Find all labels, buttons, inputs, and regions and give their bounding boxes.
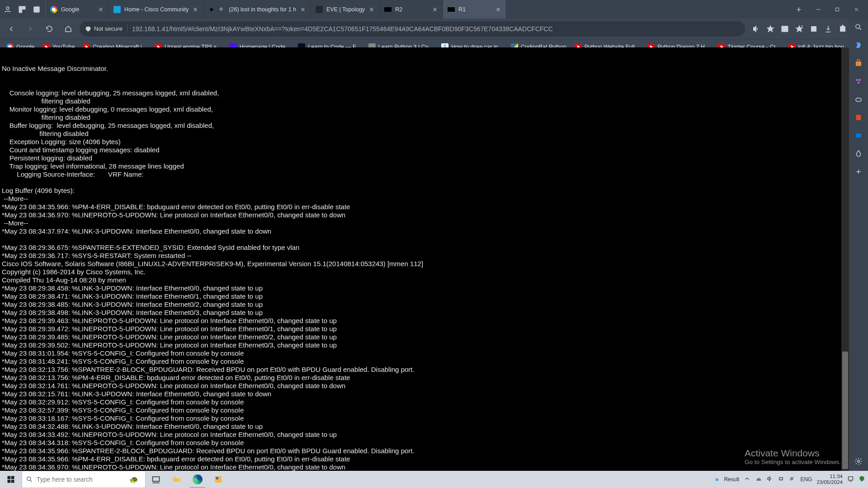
svg-point-31 xyxy=(716,478,718,481)
putty-app[interactable] xyxy=(208,471,229,488)
profile-icon[interactable] xyxy=(4,5,12,14)
sidebar-tools-icon[interactable] xyxy=(853,75,864,87)
downloads-icon[interactable] xyxy=(824,24,833,33)
svg-rect-26 xyxy=(11,480,14,483)
weather-widget[interactable]: Result xyxy=(714,476,739,483)
tab-strip: GoogleHome - Cisco Community(26) lost in… xyxy=(46,0,791,19)
sidebar-outlook-icon[interactable] xyxy=(853,130,864,141)
home-button[interactable] xyxy=(61,21,76,37)
forward-button[interactable] xyxy=(23,21,38,37)
tab-close-icon[interactable] xyxy=(300,6,306,13)
close-window-button[interactable] xyxy=(849,2,863,17)
tab-favicon xyxy=(113,6,121,13)
tab-close-icon[interactable] xyxy=(368,6,375,13)
toolbar: Not secure 192.168.1.41/html5/#/client/M… xyxy=(0,19,868,39)
terminal-output: No Inactive Message Discriminator. Conso… xyxy=(2,65,849,471)
svg-point-10 xyxy=(842,25,844,26)
tab-2[interactable]: (26) lost in thoughts for 1 h xyxy=(203,0,311,19)
sidebar-drop-icon[interactable] xyxy=(853,148,864,160)
tab-favicon xyxy=(384,6,392,13)
workspaces-icon[interactable] xyxy=(18,5,26,14)
svg-rect-4 xyxy=(34,7,39,12)
clock[interactable]: 11:34 23/05/2024 xyxy=(816,474,843,485)
collections-icon[interactable] xyxy=(809,24,818,33)
svg-point-0 xyxy=(6,7,9,9)
back-button[interactable] xyxy=(4,21,19,37)
tab-label: R1 xyxy=(458,6,491,13)
maximize-button[interactable] xyxy=(830,2,844,17)
minimize-button[interactable] xyxy=(811,2,826,17)
sidebar-settings-icon[interactable] xyxy=(853,455,864,467)
clock-date: 23/05/2024 xyxy=(816,479,843,485)
address-bar[interactable]: Not secure 192.168.1.41/html5/#/client/M… xyxy=(80,21,745,37)
audio-icon[interactable] xyxy=(219,6,225,13)
notifications-icon[interactable] xyxy=(847,475,854,483)
svg-rect-25 xyxy=(8,480,11,483)
sidebar-games-icon[interactable] xyxy=(853,94,864,105)
url-text: 192.168.1.41/html5/#/client/MzI3NjkAYwBt… xyxy=(132,25,740,33)
svg-rect-21 xyxy=(856,134,861,138)
start-button[interactable] xyxy=(0,471,22,488)
weather-label: Result xyxy=(724,476,739,483)
svg-rect-28 xyxy=(153,477,160,481)
sidebar-search-icon[interactable] xyxy=(853,21,864,33)
tab-close-icon[interactable] xyxy=(495,6,501,13)
titlebar-left-icons xyxy=(0,0,46,19)
network-icon[interactable] xyxy=(778,475,784,483)
file-explorer-app[interactable] xyxy=(166,471,187,488)
toolbar-right xyxy=(749,24,864,33)
svg-rect-24 xyxy=(11,476,14,479)
edge-icon xyxy=(193,474,203,484)
input-icon[interactable] xyxy=(789,475,796,483)
svg-rect-15 xyxy=(856,61,861,66)
tab-0[interactable]: Google xyxy=(46,0,109,19)
security-tray-icon[interactable] xyxy=(859,475,865,483)
search-art-icon: 🐢 xyxy=(123,475,145,484)
volume-icon[interactable] xyxy=(766,475,773,483)
taskbar-search[interactable]: 🐢 xyxy=(22,471,146,488)
read-aloud-icon[interactable] xyxy=(751,24,760,33)
edge-app[interactable] xyxy=(187,471,208,488)
search-input[interactable] xyxy=(37,476,123,483)
sidebar-office-icon[interactable] xyxy=(853,112,864,123)
tab-favicon xyxy=(316,6,323,13)
favorites-list-icon[interactable] xyxy=(795,24,804,33)
terminal-scrollbar[interactable] xyxy=(841,47,849,471)
extensions-icon[interactable] xyxy=(838,24,847,33)
tab-4[interactable]: R2 xyxy=(380,0,443,19)
sidebar-copilot-icon[interactable] xyxy=(853,39,864,51)
tab-label: (26) lost in thoughts for 1 h xyxy=(229,6,296,13)
tab-label: R2 xyxy=(395,6,428,13)
svg-rect-20 xyxy=(856,115,861,120)
security-badge[interactable]: Not secure xyxy=(85,25,123,32)
split-screen-icon[interactable] xyxy=(780,24,789,33)
tab-label: EVE | Topology xyxy=(326,6,365,13)
tab-label: Google xyxy=(61,6,94,13)
language-indicator[interactable]: ENG xyxy=(800,476,812,483)
sidebar-plus-icon[interactable] xyxy=(853,166,864,178)
tab-close-icon[interactable] xyxy=(98,6,104,13)
tab-close-icon[interactable] xyxy=(432,6,438,13)
tab-5[interactable]: R1 xyxy=(443,0,506,19)
sidebar-shopping-icon[interactable] xyxy=(853,57,864,69)
tab-label: Home - Cisco Community xyxy=(124,6,189,13)
tab-actions-icon[interactable] xyxy=(33,5,41,14)
system-tray: Result ENG 11:34 23/05/2024 xyxy=(714,471,868,488)
svg-point-18 xyxy=(858,82,860,84)
svg-rect-23 xyxy=(8,476,11,479)
task-view-button[interactable] xyxy=(146,471,166,488)
svg-point-22 xyxy=(858,460,860,463)
tab-close-icon[interactable] xyxy=(192,6,198,13)
tab-3[interactable]: EVE | Topology xyxy=(311,0,380,19)
edge-sidebar xyxy=(849,19,868,471)
onedrive-icon[interactable] xyxy=(755,475,762,483)
taskbar: 🐢 Result ENG 11:34 23/05/2024 xyxy=(0,471,868,488)
favorite-icon[interactable] xyxy=(766,24,775,33)
new-tab-button[interactable] xyxy=(791,0,807,19)
tab-1[interactable]: Home - Cisco Community xyxy=(109,0,203,19)
terminal[interactable]: No Inactive Message Discriminator. Conso… xyxy=(0,47,849,471)
svg-point-16 xyxy=(856,79,859,81)
scrollbar-thumb[interactable] xyxy=(842,352,848,469)
tray-chevron-icon[interactable] xyxy=(744,475,750,483)
refresh-button[interactable] xyxy=(42,21,57,37)
